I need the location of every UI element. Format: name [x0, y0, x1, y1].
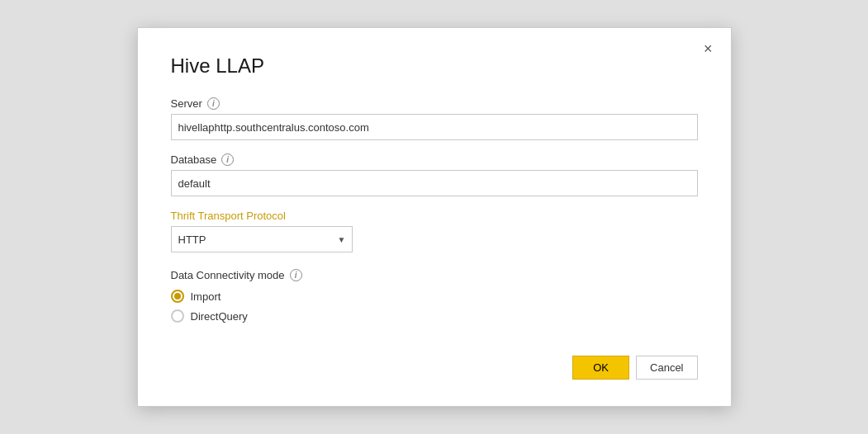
close-button[interactable]: ×: [700, 40, 716, 58]
database-label: Database i: [171, 153, 698, 166]
server-field-group: Server i: [171, 97, 698, 140]
ok-button[interactable]: OK: [572, 356, 629, 380]
connectivity-radio-group: Import DirectQuery: [171, 290, 698, 323]
cancel-button[interactable]: Cancel: [636, 356, 697, 380]
radio-directquery-label: DirectQuery: [191, 310, 248, 323]
radio-directquery-indicator: [171, 309, 184, 323]
server-label-text: Server: [171, 97, 202, 110]
connectivity-label-text: Data Connectivity mode: [171, 269, 285, 281]
database-info-icon[interactable]: i: [221, 153, 234, 166]
connectivity-label: Data Connectivity mode i: [171, 269, 698, 281]
radio-import-label: Import: [191, 290, 221, 303]
database-label-text: Database: [171, 153, 217, 166]
radio-import-indicator: [171, 290, 184, 303]
server-info-icon[interactable]: i: [207, 97, 220, 110]
database-field-group: Database i: [171, 153, 698, 196]
connectivity-section: Data Connectivity mode i Import DirectQu…: [171, 269, 698, 323]
radio-directquery[interactable]: DirectQuery: [171, 309, 698, 323]
server-label: Server i: [171, 97, 698, 110]
radio-import[interactable]: Import: [171, 290, 698, 303]
server-input[interactable]: [171, 114, 698, 140]
dialog-title: Hive LLAP: [171, 54, 698, 78]
dialog-footer: OK Cancel: [171, 339, 698, 380]
connectivity-info-icon[interactable]: i: [290, 269, 302, 281]
transport-label: Thrift Transport Protocol: [171, 210, 698, 222]
transport-dropdown-wrapper: HTTP Binary SASL ▼: [171, 226, 353, 252]
transport-field-group: Thrift Transport Protocol HTTP Binary SA…: [171, 210, 698, 252]
hive-llap-dialog: × Hive LLAP Server i Database i Thrift T…: [137, 27, 732, 407]
transport-dropdown[interactable]: HTTP Binary SASL: [171, 226, 353, 252]
database-input[interactable]: [171, 170, 698, 196]
